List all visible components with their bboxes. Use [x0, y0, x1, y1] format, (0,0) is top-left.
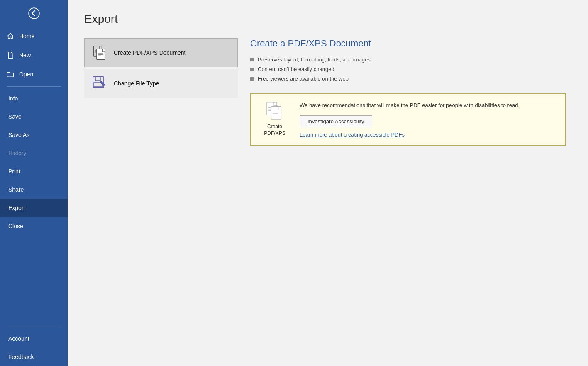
sidebar-item-print[interactable]: Print [0, 162, 68, 181]
change-file-type-button[interactable]: Change File Type [84, 69, 238, 98]
sidebar-item-share[interactable]: Share [0, 181, 68, 199]
svg-rect-5 [97, 49, 105, 59]
create-pdf-label: Create PDF/XPS Document [114, 49, 186, 56]
sidebar-divider-bottom [7, 327, 61, 327]
sidebar-item-close[interactable]: Close [0, 217, 68, 235]
svg-rect-18 [271, 106, 281, 119]
accessibility-icon-area: CreatePDF/XPS [258, 101, 291, 137]
change-file-type-label: Change File Type [114, 80, 159, 87]
sidebar-item-label: Share [8, 186, 24, 193]
svg-rect-10 [95, 77, 100, 81]
accessibility-icon-label: CreatePDF/XPS [264, 124, 285, 137]
sidebar-item-label: Print [8, 168, 20, 175]
bullet-square-2 [250, 68, 254, 71]
detail-bullets: Preserves layout, formatting, fonts, and… [250, 56, 571, 82]
svg-point-0 [29, 8, 39, 19]
bullet-text-1: Preserves layout, formatting, fonts, and… [258, 56, 371, 63]
main-content: Export [68, 0, 588, 366]
page-title: Export [84, 12, 571, 26]
sidebar-item-save[interactable]: Save [0, 107, 68, 126]
create-pdf-xps-icon [265, 101, 285, 121]
create-pdf-button[interactable]: Create PDF/XPS Document [84, 38, 238, 67]
svg-rect-12 [100, 81, 105, 86]
detail-title: Create a PDF/XPS Document [250, 38, 571, 49]
folder-icon [7, 71, 14, 78]
sidebar-item-label: Save As [8, 132, 29, 138]
sidebar-item-home[interactable]: Home [0, 27, 68, 46]
sidebar-item-label: Info [8, 95, 18, 102]
sidebar-item-label: Close [8, 223, 23, 229]
bullet-item-3: Free viewers are available on the web [250, 76, 571, 82]
export-options: Create PDF/XPS Document Change File Type [84, 38, 571, 146]
bullet-text-2: Content can't be easily changed [258, 66, 334, 72]
sidebar-item-label: New [19, 52, 31, 59]
accessibility-box: CreatePDF/XPS We have recommendations th… [250, 93, 566, 146]
bullet-text-3: Free viewers are available on the web [258, 76, 349, 82]
new-doc-icon [7, 51, 14, 59]
sidebar-item-label: Open [19, 71, 33, 78]
sidebar-divider-top [7, 86, 61, 87]
back-button[interactable] [0, 0, 68, 27]
sidebar-bottom: Account Feedback [0, 324, 68, 366]
sidebar-item-new[interactable]: New [0, 46, 68, 65]
accessibility-content: We have recommendations that will make t… [300, 101, 558, 138]
accessibility-message: We have recommendations that will make t… [300, 101, 558, 110]
sidebar-item-label: Home [19, 33, 34, 39]
sidebar-item-history: History [0, 144, 68, 162]
sidebar-item-info[interactable]: Info [0, 89, 68, 107]
bullet-item-1: Preserves layout, formatting, fonts, and… [250, 56, 571, 63]
sidebar-item-open[interactable]: Open [0, 65, 68, 84]
change-file-type-icon [92, 76, 107, 91]
sidebar: Home New Open Info Save Save As History … [0, 0, 68, 366]
option-list: Create PDF/XPS Document Change File Type [84, 38, 238, 100]
sidebar-item-label: Save [8, 113, 22, 120]
bullet-square-1 [250, 58, 254, 61]
sidebar-item-label: Feedback [8, 354, 34, 360]
bullet-item-2: Content can't be easily changed [250, 66, 571, 72]
detail-panel: Create a PDF/XPS Document Preserves layo… [250, 38, 571, 146]
bullet-square-3 [250, 77, 254, 81]
sidebar-item-feedback[interactable]: Feedback [0, 348, 68, 366]
home-icon [7, 32, 14, 40]
accessibility-learn-more-link[interactable]: Learn more about creating accessible PDF… [300, 132, 558, 138]
sidebar-item-label: Account [8, 335, 29, 342]
sidebar-item-export[interactable]: Export [0, 199, 68, 217]
investigate-accessibility-button[interactable]: Investigate Accessibility [300, 115, 372, 127]
sidebar-item-save-as[interactable]: Save As [0, 126, 68, 144]
back-arrow-icon [28, 7, 40, 19]
sidebar-item-label: Export [8, 205, 25, 211]
sidebar-item-label: History [8, 150, 27, 156]
sidebar-item-account[interactable]: Account [0, 329, 68, 348]
pdf-xps-icon [92, 45, 107, 60]
